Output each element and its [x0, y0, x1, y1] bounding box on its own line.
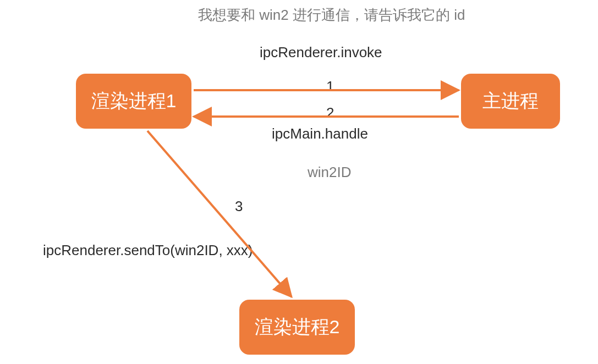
diagram-canvas: 我想要和 win2 进行通信，请告诉我它的 id 渲染进程1 主进程 渲染进程2… — [0, 0, 598, 364]
edge2-number: 2 — [326, 104, 334, 122]
node-main-process: 主进程 — [461, 74, 560, 129]
payload-label: win2ID — [308, 164, 351, 181]
edge1-number: 1 — [326, 78, 334, 95]
diagram-title: 我想要和 win2 进行通信，请告诉我它的 id — [198, 5, 465, 25]
edge3-label: ipcRenderer.sendTo(win2ID, xxx) — [43, 242, 253, 259]
edge3-arrow — [147, 131, 292, 297]
node-renderer-2: 渲染进程2 — [239, 300, 355, 355]
edge3-number: 3 — [235, 198, 243, 215]
edge2-label: ipcMain.handle — [272, 125, 368, 142]
node-renderer-1: 渲染进程1 — [76, 74, 191, 129]
edge1-label: ipcRenderer.invoke — [260, 44, 382, 61]
